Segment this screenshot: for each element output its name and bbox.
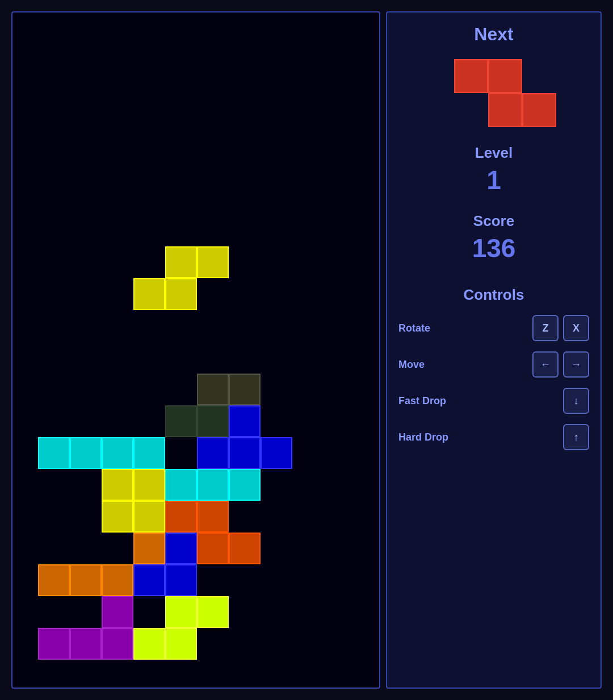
control-row: Hard Drop↑ [396, 424, 592, 450]
score-label: Score [473, 212, 514, 230]
board-cell [102, 596, 133, 628]
board-cell [229, 437, 261, 469]
board-cell [229, 405, 261, 437]
board-cell [165, 501, 197, 533]
board-cell [197, 469, 229, 501]
board-cell [70, 564, 102, 596]
board-cell [197, 533, 229, 564]
next-label: Next [474, 24, 513, 45]
board-cell [197, 596, 229, 628]
board-cell [261, 437, 292, 469]
key-button[interactable]: X [563, 315, 589, 341]
game-board [12, 12, 379, 688]
board-cell [38, 564, 70, 596]
board-cell [165, 533, 197, 564]
board-cell [229, 533, 261, 564]
board-cell [165, 246, 197, 278]
board-cell [38, 628, 70, 660]
control-keys: ↓ [563, 388, 589, 414]
board-cell [197, 501, 229, 533]
board-cell [102, 437, 133, 469]
next-piece-cell [488, 59, 522, 93]
board-cell [133, 278, 165, 310]
level-value: 1 [486, 165, 501, 195]
board-cell [165, 278, 197, 310]
score-value: 136 [472, 233, 516, 263]
board-cell [165, 564, 197, 596]
control-keys: ZX [532, 315, 589, 341]
control-row: Fast Drop↓ [396, 388, 592, 414]
controls-section: Controls RotateZXMove←→Fast Drop↓Hard Dr… [396, 286, 592, 460]
board-cell [38, 437, 70, 469]
control-name: Fast Drop [398, 395, 446, 407]
key-button[interactable]: ← [532, 351, 559, 378]
board-cell [197, 405, 229, 437]
control-keys: ←→ [532, 351, 589, 378]
control-row: Move←→ [396, 351, 592, 378]
board-cell [133, 437, 165, 469]
control-name: Move [398, 359, 425, 371]
board-cell [102, 469, 133, 501]
board-cell [70, 628, 102, 660]
next-piece-container [443, 53, 545, 127]
side-panel: Next Level 1 Score 136 Controls RotateZX… [386, 11, 602, 689]
board-cell [102, 628, 133, 660]
board-cell [197, 437, 229, 469]
next-piece-cell [488, 93, 522, 127]
control-name: Rotate [398, 322, 430, 334]
controls-title: Controls [396, 286, 592, 304]
key-button[interactable]: → [563, 351, 589, 378]
board-cell [133, 628, 165, 660]
board-cell [70, 437, 102, 469]
level-label: Level [475, 144, 513, 162]
board-cell [102, 564, 133, 596]
board-cell [229, 469, 261, 501]
board-cell [165, 596, 197, 628]
board-cell [133, 564, 165, 596]
next-piece-cell [454, 59, 488, 93]
control-row: RotateZX [396, 315, 592, 341]
game-board-wrapper [11, 11, 380, 689]
key-button[interactable]: Z [532, 315, 559, 341]
board-cell [165, 469, 197, 501]
board-cell [229, 374, 261, 405]
next-piece-cell [522, 93, 556, 127]
key-button[interactable]: ↓ [563, 388, 589, 414]
board-cell [165, 405, 197, 437]
control-name: Hard Drop [398, 431, 448, 443]
game-container: Next Level 1 Score 136 Controls RotateZX… [0, 0, 613, 700]
board-cell [197, 374, 229, 405]
controls-list: RotateZXMove←→Fast Drop↓Hard Drop↑ [396, 315, 592, 450]
board-cell [133, 501, 165, 533]
control-keys: ↑ [563, 424, 589, 450]
board-cell [133, 533, 165, 564]
board-cell [133, 469, 165, 501]
board-cell [197, 246, 229, 278]
board-cell [165, 628, 197, 660]
key-button[interactable]: ↑ [563, 424, 589, 450]
board-cell [102, 501, 133, 533]
